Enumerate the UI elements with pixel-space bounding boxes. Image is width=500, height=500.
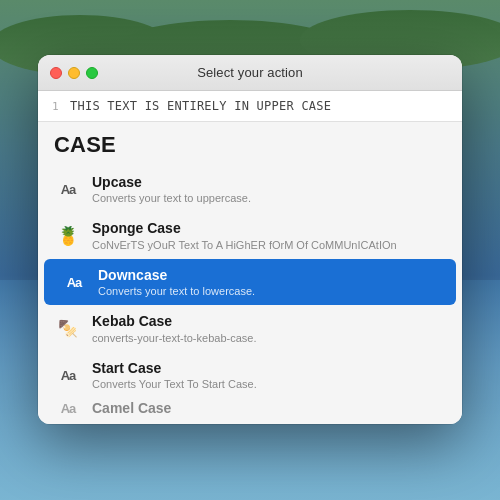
sponge-text: Sponge Case CoNvErTS yOuR Text To A HiGh… [92, 219, 397, 251]
sponge-title: Sponge Case [92, 219, 397, 237]
traffic-lights [50, 67, 98, 79]
kebab-desc: converts-your-text-to-kebab-case. [92, 331, 256, 345]
upcase-title: Upcase [92, 173, 251, 191]
downcase-title: Downcase [98, 266, 255, 284]
sponge-desc: CoNvErTS yOuR Text To A HiGhER fOrM Of C… [92, 238, 397, 252]
content-area: CASE Aa Upcase Converts your text to upp… [38, 122, 462, 424]
aa-icon-camel: Aa [61, 401, 76, 416]
preview-area: 1 THIS TEXT IS ENTIRELY IN UPPER CASE [38, 91, 462, 122]
downcase-desc: Converts your text to lowercase. [98, 284, 255, 298]
upcase-text: Upcase Converts your text to uppercase. [92, 173, 251, 205]
titlebar: Select your action [38, 55, 462, 91]
start-case-icon-box: Aa [54, 361, 82, 389]
maximize-button[interactable] [86, 67, 98, 79]
aa-icon: Aa [61, 182, 76, 197]
preview-text: THIS TEXT IS ENTIRELY IN UPPER CASE [70, 99, 331, 113]
start-case-text: Start Case Converts Your Text To Start C… [92, 359, 257, 391]
kebab-icon: 🍢 [58, 319, 78, 338]
camel-case-text: Camel Case [92, 399, 171, 417]
sponge-icon-box: 🍍 [54, 222, 82, 250]
close-button[interactable] [50, 67, 62, 79]
app-window: Select your action 1 THIS TEXT IS ENTIRE… [38, 55, 462, 424]
aa-icon-start: Aa [61, 368, 76, 383]
camel-case-title: Camel Case [92, 399, 171, 417]
aa-icon-white: Aa [67, 275, 82, 290]
kebab-icon-box: 🍢 [54, 315, 82, 343]
start-case-title: Start Case [92, 359, 257, 377]
kebab-title: Kebab Case [92, 312, 256, 330]
downcase-text: Downcase Converts your text to lowercase… [98, 266, 255, 298]
action-start-case[interactable]: Aa Start Case Converts Your Text To Star… [38, 352, 462, 398]
action-sponge-case[interactable]: 🍍 Sponge Case CoNvErTS yOuR Text To A Hi… [38, 212, 462, 258]
action-kebab-case[interactable]: 🍢 Kebab Case converts-your-text-to-kebab… [38, 305, 462, 351]
upcase-icon-box: Aa [54, 175, 82, 203]
window-title: Select your action [197, 65, 303, 80]
line-number: 1 [52, 100, 62, 113]
upcase-desc: Converts your text to uppercase. [92, 191, 251, 205]
preview-line: 1 THIS TEXT IS ENTIRELY IN UPPER CASE [52, 99, 448, 113]
action-camel-case-partial[interactable]: Aa Camel Case [38, 398, 462, 418]
section-header: CASE [38, 132, 462, 166]
start-case-desc: Converts Your Text To Start Case. [92, 377, 257, 391]
kebab-text: Kebab Case converts-your-text-to-kebab-c… [92, 312, 256, 344]
camel-case-icon-box: Aa [54, 398, 82, 418]
pineapple-icon: 🍍 [57, 225, 79, 247]
action-upcase[interactable]: Aa Upcase Converts your text to uppercas… [38, 166, 462, 212]
downcase-icon-box: Aa [60, 268, 88, 296]
action-downcase[interactable]: Aa Downcase Converts your text to lowerc… [44, 259, 456, 305]
minimize-button[interactable] [68, 67, 80, 79]
